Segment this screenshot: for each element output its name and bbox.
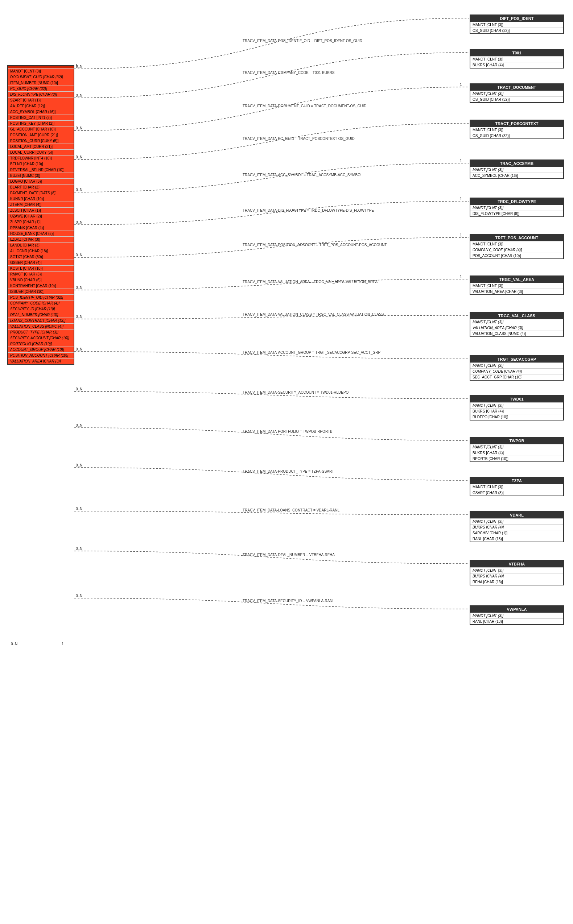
main-table-row: PRODUCT_TYPE [CHAR (3)] — [8, 329, 74, 335]
svg-text:0..N: 0..N — [76, 507, 82, 511]
entity-header-TRFT_POS_ACCOUNT: TRFT_POS_ACCOUNT — [470, 234, 563, 241]
entity-row: BUKRS [CHAR (4)] — [470, 450, 563, 456]
entity-row: MANDT [CLNT (3)] — [470, 484, 563, 490]
entity-TRGC_VAL_AREA: TRGC_VAL_AREAMANDT [CLNT (3)]VALUATION_A… — [470, 276, 564, 295]
svg-text:0..N: 0..N — [76, 347, 82, 351]
main-table-row: SGTXT [CHAR (50)] — [8, 254, 74, 259]
svg-text:0..N: 0..N — [76, 423, 82, 428]
svg-text:0..N: 0..N — [76, 594, 82, 598]
entity-row: MANDT [CLNT (3)] — [470, 91, 563, 97]
main-table-row: GL_ACCOUNT [CHAR (10)] — [8, 126, 74, 132]
main-table-row: ALLOCNR [CHAR (18)] — [8, 248, 74, 254]
entity-header-TRGT_SECACCGRP: TRGT_SECACCGRP — [470, 356, 563, 362]
main-table-row: LZBKZ [CHAR (3)] — [8, 236, 74, 242]
entity-TRFT_POS_ACCOUNT: TRFT_POS_ACCOUNTMANDT [CLNT (3)]COMPANY_… — [470, 234, 564, 259]
main-table-row: DOCUMENT_GUID [CHAR (32)] — [8, 74, 74, 80]
main-table-row: GSBER [CHAR (4)] — [8, 259, 74, 265]
entity-row: MANDT [CLNT (3)] — [470, 518, 563, 524]
svg-text:0..N: 0..N — [76, 64, 82, 69]
entity-row: RLDEPO [CHAR (10)] — [470, 414, 563, 420]
entity-VTBFHA: VTBFHAMANDT [CLNT (3)]BUKRS [CHAR (4)]RF… — [470, 560, 564, 585]
entity-TRACT_POSCONTEXT: TRACT_POSCONTEXTMANDT [CLNT (3)]OS_GUID … — [470, 120, 564, 139]
main-table-row: VALUATION_CLASS [NUMC (4)] — [8, 323, 74, 329]
entity-TWPOB: TWPOBMANDT [CLNT (3)]BUKRS [CHAR (4)]RPO… — [470, 437, 564, 462]
entity-header-TRACT_DOCUMENT: TRACT_DOCUMENT — [470, 84, 563, 91]
entity-row: MANDT [CLNT (3)] — [470, 56, 563, 62]
entity-header-TRGC_VAL_AREA: TRGC_VAL_AREA — [470, 276, 563, 283]
entity-row: SARCHIV [CHAR (1)] — [470, 530, 563, 536]
svg-text:0..N: 0..N — [76, 253, 82, 257]
entity-row: RPORTB [CHAR (10)] — [470, 456, 563, 462]
entity-header-TZPA: TZPA — [470, 478, 563, 484]
svg-text:TRACV_ITEM_DATA-SECURITY_ACCOU: TRACV_ITEM_DATA-SECURITY_ACCOUNT = TWD01… — [243, 390, 349, 394]
entity-row: OS_GUID [CHAR (32)] — [470, 133, 563, 139]
entity-row: BUKRS [CHAR (4)] — [470, 408, 563, 414]
main-table-row: ZLSPR [CHAR (1)] — [8, 219, 74, 225]
entity-TZPA: TZPAMANDT [CLNT (3)]GSART [CHAR (3)] — [470, 477, 564, 496]
entity-row: DIS_FLOWTYPE [CHAR (8)] — [470, 211, 563, 216]
svg-text:0..N: 0..N — [76, 463, 82, 467]
diagram-container: MANDT [CLNT (3)]DOCUMENT_GUID [CHAR (32)… — [4, 7, 569, 913]
main-table-row: MANDT [CLNT (3)] — [8, 68, 74, 74]
entity-DIFT_POS_IDENT: DIFT_POS_IDENTMANDT [CLNT (3)]OS_GUID [C… — [470, 14, 564, 34]
main-table-row: COMPANY_CODE [CHAR (4)] — [8, 300, 74, 306]
entity-row: COMPANY_CODE [CHAR (4)] — [470, 368, 563, 374]
main-table-row: HOUSE_BANK [CHAR (5)] — [8, 231, 74, 236]
main-table-row: BLART [CHAR (2)] — [8, 184, 74, 190]
svg-text:0..N: 0..N — [76, 547, 82, 551]
entity-header-TWPOB: TWPOB — [470, 437, 563, 444]
svg-text:TRACV_ITEM_DATA-POS_IDENTIF_OI: TRACV_ITEM_DATA-POS_IDENTIF_OID = DIFT_P… — [243, 39, 362, 43]
main-table-row: VBUND [CHAR (6)] — [8, 277, 74, 283]
entity-header-VDARL: VDARL — [470, 512, 563, 518]
entity-row: RFHA [CHAR (13)] — [470, 579, 563, 585]
entity-row: MANDT [CLNT (3)] — [470, 362, 563, 368]
entity-row: BUKRS [CHAR (4)] — [470, 573, 563, 579]
entity-row: ACC_SYMBOL [CHAR (16)] — [470, 173, 563, 178]
main-table-row: POSTING_CAT [INT1 (3)] — [8, 114, 74, 120]
main-table-row: ZLSCH [CHAR (1)] — [8, 208, 74, 213]
main-table-row: KOSTL [CHAR (10)] — [8, 265, 74, 271]
svg-text:0..N: 0..N — [76, 126, 82, 130]
svg-text:0..N: 0..N — [76, 188, 82, 192]
main-table-row: LOCAL_CURR [CUKY (5)] — [8, 149, 74, 155]
main-table-row: POSITION_ACCOUNT [CHAR (10)] — [8, 352, 74, 358]
svg-text:TRACV_ITEM_DATA-VALUATION_AREA: TRACV_ITEM_DATA-VALUATION_AREA = TRGC_VA… — [243, 280, 378, 284]
entity-row: COMPANY_CODE [CHAR (4)] — [470, 247, 563, 253]
main-table-row: RMVCT [CHAR (3)] — [8, 271, 74, 277]
entity-TRDC_DFLOWTYPE: TRDC_DFLOWTYPEMANDT [CLNT (3)]DIS_FLOWTY… — [470, 198, 564, 217]
entity-TRGT_SECACCGRP: TRGT_SECACCGRPMANDT [CLNT (3)]COMPANY_CO… — [470, 355, 564, 381]
main-table-row: ACC_SYMBOL [CHAR (16)] — [8, 109, 74, 114]
main-table-row: UZAWE [CHAR (2)] — [8, 213, 74, 219]
entity-row: MANDT [CLNT (3)] — [470, 283, 563, 289]
main-table-row: KONTRAHENT [CHAR (10)] — [8, 283, 74, 289]
entity-row: MANDT [CLNT (3)] — [470, 567, 563, 573]
svg-text:TRACV_ITEM_DATA-PRODUCT_TYPE =: TRACV_ITEM_DATA-PRODUCT_TYPE = TZPA-GSAR… — [243, 470, 334, 473]
entity-row: MANDT [CLNT (3)] — [470, 167, 563, 173]
main-table-row: ISSUER [CHAR (10)] — [8, 289, 74, 294]
entity-header-VTBFHA: VTBFHA — [470, 561, 563, 567]
main-table: MANDT [CLNT (3)]DOCUMENT_GUID [CHAR (32)… — [7, 65, 74, 365]
entity-row: MANDT [CLNT (3)] — [470, 205, 563, 211]
svg-text:0..N: 0..N — [76, 155, 82, 159]
main-table-row: POSTING_KEY [CHAR (2)] — [8, 120, 74, 126]
svg-text:1: 1 — [460, 83, 462, 87]
svg-text:1: 1 — [460, 159, 462, 163]
entity-row: BUKRS [CHAR (4)] — [470, 62, 563, 68]
entity-row: OS_GUID [CHAR (32)] — [470, 97, 563, 102]
entity-row: SEC_ACCT_GRP [CHAR (10)] — [470, 374, 563, 380]
entity-row: MANDT [CLNT (3)] — [470, 22, 563, 28]
main-table-row: SZART [CHAR (1)] — [8, 97, 74, 103]
entity-header-TRGC_VAL_CLASS: TRGC_VAL_CLASS — [470, 312, 563, 319]
entity-TWD01: TWD01MANDT [CLNT (3)]BUKRS [CHAR (4)]RLD… — [470, 395, 564, 420]
svg-text:0..N: 0..N — [11, 642, 17, 646]
svg-text:TRACV_ITEM_DATA-DIS_FLOWTYPE =: TRACV_ITEM_DATA-DIS_FLOWTYPE = TRDC_DFLO… — [243, 208, 374, 212]
main-table-row: LOGVO [CHAR (6)] — [8, 178, 74, 184]
entity-VDARL: VDARLMANDT [CLNT (3)]BUKRS [CHAR (4)]SAR… — [470, 511, 564, 542]
entity-row: VALUATION_AREA [CHAR (3)] — [470, 289, 563, 294]
svg-text:TRACV_ITEM_DATA-POSITION_ACCOU: TRACV_ITEM_DATA-POSITION_ACCOUNT = TRFT_… — [243, 243, 387, 247]
main-table-row: DEAL_NUMBER [CHAR (13)] — [8, 312, 74, 318]
entity-header-TWD01: TWD01 — [470, 396, 563, 403]
svg-text:TRACV_ITEM_DATA-ACCOUNT_GROUP : TRACV_ITEM_DATA-ACCOUNT_GROUP = TRGT_SEC… — [243, 351, 380, 354]
entity-row: MANDT [CLNT (3)] — [470, 403, 563, 408]
entity-row: BUKRS [CHAR (4)] — [470, 524, 563, 530]
